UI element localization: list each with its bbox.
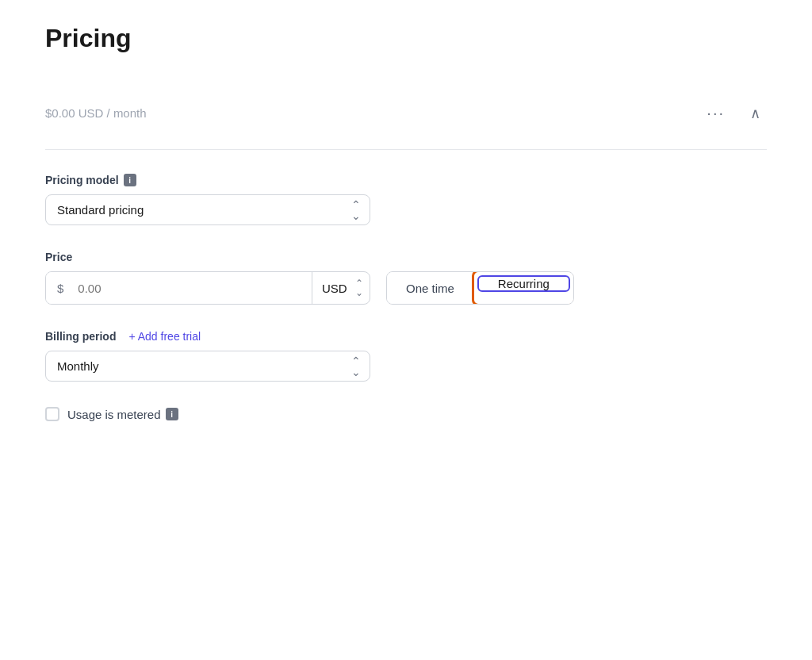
price-row: $ USD ⌃ ⌄ One time (45, 271, 767, 305)
usage-metered-info-icon[interactable]: i (166, 408, 178, 420)
more-options-button[interactable]: ··· (700, 101, 731, 125)
pricing-model-info-icon[interactable]: i (124, 174, 136, 186)
recurring-button[interactable]: Recurring (477, 275, 570, 292)
collapse-button[interactable]: ∧ (744, 102, 767, 125)
price-input-group: $ USD ⌃ ⌄ (45, 271, 370, 305)
pricing-model-select[interactable]: Standard pricing (45, 194, 370, 225)
usage-metered-row: Usage is metered i (45, 407, 767, 421)
one-time-button[interactable]: One time (387, 272, 473, 304)
payment-type-toggle: One time Recurring (386, 271, 574, 305)
section-divider (45, 149, 767, 150)
billing-period-section: Billing period + Add free trial Monthly … (45, 330, 767, 382)
price-summary-row: $0.00 USD / month ··· ∧ (45, 101, 767, 125)
pricing-model-section: Pricing model i Standard pricing ⌃ ⌄ (45, 174, 767, 225)
page-title: Pricing (45, 24, 767, 53)
pricing-model-label: Pricing model i (45, 174, 767, 186)
usage-metered-label: Usage is metered i (67, 408, 178, 421)
price-summary-actions: ··· ∧ (700, 101, 767, 125)
usage-metered-checkbox[interactable] (45, 407, 59, 421)
price-label: Price (45, 251, 767, 263)
price-summary-text: $0.00 USD / month (45, 106, 147, 120)
billing-period-header: Billing period + Add free trial (45, 330, 767, 343)
billing-period-label: Billing period (45, 330, 116, 343)
currency-symbol: $ (46, 272, 71, 304)
currency-select-wrapper: USD ⌃ ⌄ (312, 272, 370, 304)
price-amount-input[interactable] (71, 272, 312, 304)
billing-period-select-wrapper: Monthly ⌃ ⌄ (45, 351, 370, 382)
pricing-model-select-wrapper: Standard pricing ⌃ ⌄ (45, 194, 370, 225)
page-container: Pricing $0.00 USD / month ··· ∧ Pricing … (0, 0, 812, 453)
add-free-trial-button[interactable]: + Add free trial (128, 330, 201, 343)
billing-period-select[interactable]: Monthly (45, 351, 370, 382)
price-section: Price $ USD ⌃ ⌄ (45, 251, 767, 305)
currency-select[interactable]: USD (312, 272, 370, 304)
